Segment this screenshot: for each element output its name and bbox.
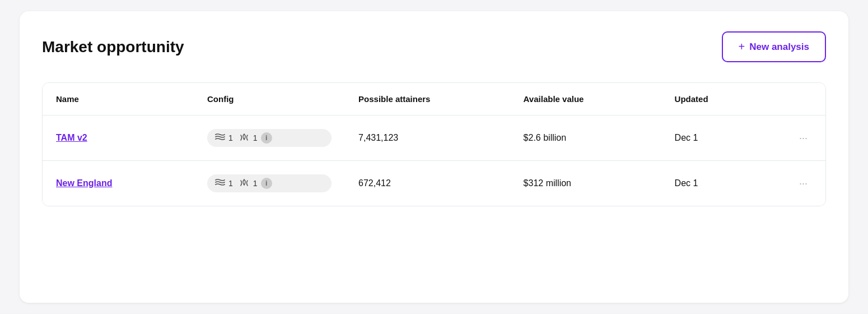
cell-menu: ···: [771, 116, 825, 161]
audience-count: 1: [253, 179, 258, 188]
config-pill: 1 1 i: [207, 129, 332, 147]
header-row: Name Config Possible attainers Available…: [43, 83, 825, 116]
table-header: Name Config Possible attainers Available…: [43, 83, 825, 116]
segment-icon: [215, 178, 225, 188]
segment-count: 1: [228, 179, 233, 188]
row-more-button[interactable]: ···: [795, 176, 812, 192]
new-analysis-label: New analysis: [749, 41, 809, 53]
col-header-name: Name: [43, 83, 194, 116]
col-header-attainers: Possible attainers: [345, 83, 510, 116]
analyses-table-container: Name Config Possible attainers Available…: [42, 82, 826, 206]
info-icon[interactable]: i: [261, 178, 272, 189]
col-header-config: Config: [194, 83, 345, 116]
table-body: TAM v2 1: [43, 116, 825, 206]
audience-count: 1: [253, 133, 258, 142]
cell-name: TAM v2: [43, 116, 194, 161]
col-header-value: Available value: [510, 83, 661, 116]
table-row: New England 1: [43, 161, 825, 206]
cell-updated: Dec 1: [661, 161, 771, 206]
cell-value: $2.6 billion: [510, 116, 661, 161]
analyses-table: Name Config Possible attainers Available…: [43, 83, 825, 206]
cell-config: 1 1 i: [194, 116, 345, 161]
cell-name: New England: [43, 161, 194, 206]
cell-config: 1 1 i: [194, 161, 345, 206]
segment-icon: [215, 133, 225, 143]
cell-attainers: 7,431,123: [345, 116, 510, 161]
plus-icon: +: [739, 40, 745, 53]
row-name-link[interactable]: TAM v2: [56, 133, 87, 142]
audience-icon: [239, 133, 250, 143]
col-header-menu: [771, 83, 825, 116]
more-menu: ···: [785, 130, 812, 146]
info-icon[interactable]: i: [261, 132, 272, 144]
page-header: Market opportunity + New analysis: [42, 31, 826, 62]
cell-menu: ···: [771, 161, 825, 206]
row-name-link[interactable]: New England: [56, 178, 112, 188]
new-analysis-button[interactable]: + New analysis: [722, 31, 826, 62]
more-menu: ···: [785, 176, 812, 192]
col-header-updated: Updated: [661, 83, 771, 116]
cell-value: $312 million: [510, 161, 661, 206]
page-title: Market opportunity: [42, 38, 184, 56]
cell-updated: Dec 1: [661, 116, 771, 161]
row-more-button[interactable]: ···: [795, 130, 812, 146]
table-row: TAM v2 1: [43, 116, 825, 161]
config-pill: 1 1 i: [207, 174, 332, 192]
audience-icon: [239, 178, 250, 188]
main-card: Market opportunity + New analysis Name C…: [20, 11, 848, 303]
cell-attainers: 672,412: [345, 161, 510, 206]
segment-count: 1: [228, 133, 233, 142]
